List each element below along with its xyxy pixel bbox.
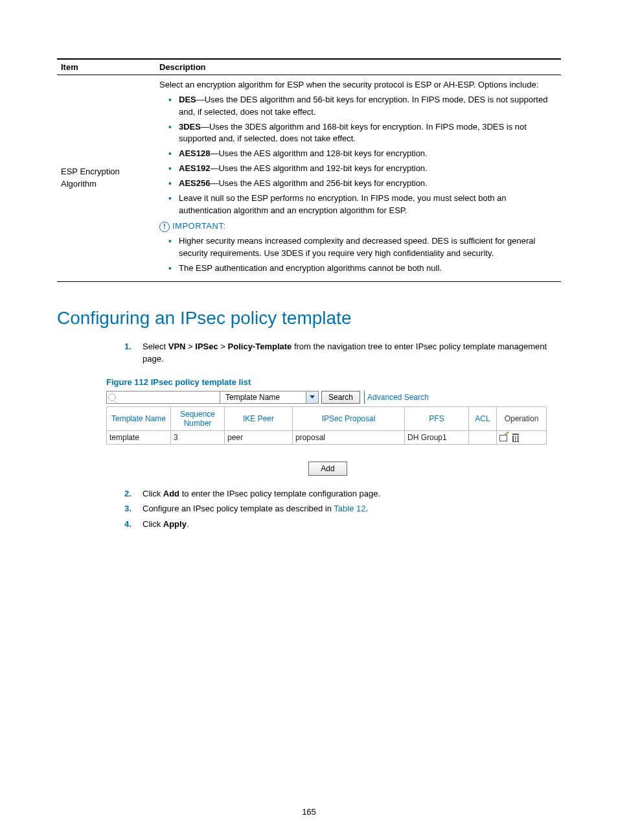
chevron-down-icon [306, 391, 318, 403]
search-field-dropdown[interactable]: Template Name [220, 391, 319, 404]
th-desc: Description [155, 59, 561, 75]
step-4: Click Apply. [124, 518, 561, 531]
page-number: 165 [0, 807, 618, 817]
table-12-link[interactable]: Table 12 [334, 504, 365, 513]
step-3: Configure an IPsec policy template as de… [124, 502, 561, 515]
col-pfs[interactable]: PFS [405, 406, 469, 430]
figure-caption: Figure 112 IPsec policy template list [106, 377, 561, 387]
row-item: ESP Encryption Algorithm [57, 75, 155, 282]
important-icon: ! [159, 222, 170, 232]
important-1: Higher security means increased complexi… [171, 235, 557, 260]
search-icon [108, 393, 116, 401]
col-acl[interactable]: ACL [469, 406, 497, 430]
col-template-name[interactable]: Template Name [107, 406, 171, 430]
col-operation: Operation [497, 406, 547, 430]
step-1: Select VPN > IPSec > Policy-Template fro… [124, 340, 561, 366]
add-button[interactable]: Add [308, 461, 347, 476]
important-2: The ESP authentication and encryption al… [171, 262, 557, 275]
advanced-search-link[interactable]: Advanced Search [364, 391, 429, 404]
ui-screenshot: Template Name Search Advanced Search Tem… [106, 391, 547, 476]
col-ipsec-proposal[interactable]: IPSec Proposal [293, 406, 405, 430]
section-heading: Configuring an IPsec policy template [57, 308, 561, 329]
col-ike-peer[interactable]: IKE Peer [225, 406, 293, 430]
intro-text: Select an encryption algorithm for ESP w… [159, 79, 557, 91]
th-item: Item [57, 59, 155, 75]
step-2: Click Add to enter the IPsec policy temp… [124, 487, 561, 500]
search-button[interactable]: Search [321, 391, 360, 404]
search-input[interactable] [106, 391, 220, 404]
edit-icon[interactable] [499, 434, 509, 441]
delete-icon[interactable] [512, 434, 519, 441]
important-label: ! IMPORTANT: [159, 220, 226, 233]
opt-null: Leave it null so the ESP performs no enc… [171, 192, 557, 217]
row-desc: Select an encryption algorithm for ESP w… [155, 75, 561, 282]
esp-table: Item Description ESP Encryption Algorith… [57, 58, 561, 282]
col-sequence[interactable]: Sequence Number [171, 406, 225, 430]
template-list-table: Template Name Sequence Number IKE Peer I… [106, 406, 547, 445]
table-row: template 3 peer proposal DH Group1 [107, 430, 547, 444]
